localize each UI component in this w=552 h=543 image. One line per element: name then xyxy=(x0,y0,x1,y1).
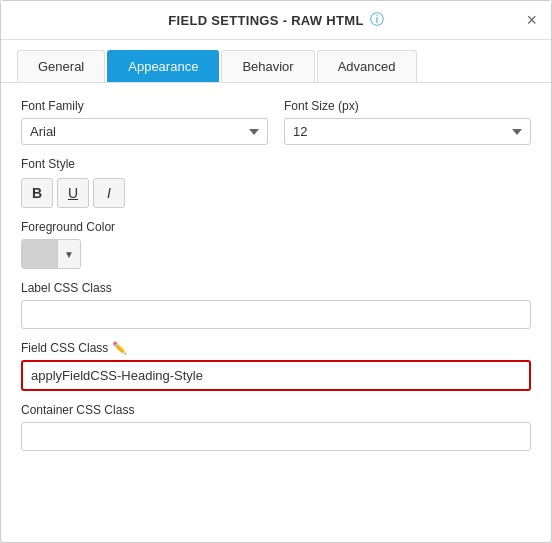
field-css-input[interactable] xyxy=(21,360,531,391)
font-family-select[interactable]: Arial xyxy=(21,118,268,145)
container-css-input[interactable] xyxy=(21,422,531,451)
tab-behavior[interactable]: Behavior xyxy=(221,50,314,82)
field-css-label-row: Field CSS Class ✏️ xyxy=(21,341,531,355)
info-icon[interactable]: ⓘ xyxy=(370,11,384,29)
font-family-label: Font Family xyxy=(21,99,268,113)
font-row: Font Family Arial Font Size (px) 12 xyxy=(21,99,531,145)
label-css-label: Label CSS Class xyxy=(21,281,531,295)
field-css-group: Field CSS Class ✏️ xyxy=(21,341,531,391)
font-style-label: Font Style xyxy=(21,157,531,171)
appearance-panel: Font Family Arial Font Size (px) 12 Font… xyxy=(1,83,551,542)
color-picker[interactable]: ▼ xyxy=(21,239,81,269)
font-size-label: Font Size (px) xyxy=(284,99,531,113)
tab-appearance[interactable]: Appearance xyxy=(107,50,219,82)
foreground-color-group: Foreground Color ▼ xyxy=(21,220,531,269)
label-css-group: Label CSS Class xyxy=(21,281,531,329)
italic-button[interactable]: I xyxy=(93,178,125,208)
font-style-buttons: B U I xyxy=(21,178,531,208)
pencil-icon: ✏️ xyxy=(112,341,127,355)
font-size-select[interactable]: 12 xyxy=(284,118,531,145)
font-size-group: Font Size (px) 12 xyxy=(284,99,531,145)
container-css-group: Container CSS Class xyxy=(21,403,531,451)
color-swatch xyxy=(22,240,57,268)
container-css-label: Container CSS Class xyxy=(21,403,531,417)
tab-bar: General Appearance Behavior Advanced xyxy=(1,40,551,83)
font-style-group: Font Style B U I xyxy=(21,157,531,208)
color-dropdown-chevron[interactable]: ▼ xyxy=(57,240,80,268)
label-css-input[interactable] xyxy=(21,300,531,329)
tab-advanced[interactable]: Advanced xyxy=(317,50,417,82)
tab-general[interactable]: General xyxy=(17,50,105,82)
close-button[interactable]: × xyxy=(526,11,537,29)
bold-button[interactable]: B xyxy=(21,178,53,208)
underline-button[interactable]: U xyxy=(57,178,89,208)
dialog-title: FIELD SETTINGS - RAW HTML xyxy=(168,13,363,28)
field-settings-dialog: FIELD SETTINGS - RAW HTML ⓘ × General Ap… xyxy=(0,0,552,543)
font-family-group: Font Family Arial xyxy=(21,99,268,145)
field-css-label: Field CSS Class xyxy=(21,341,108,355)
dialog-header: FIELD SETTINGS - RAW HTML ⓘ × xyxy=(1,1,551,40)
foreground-color-label: Foreground Color xyxy=(21,220,531,234)
